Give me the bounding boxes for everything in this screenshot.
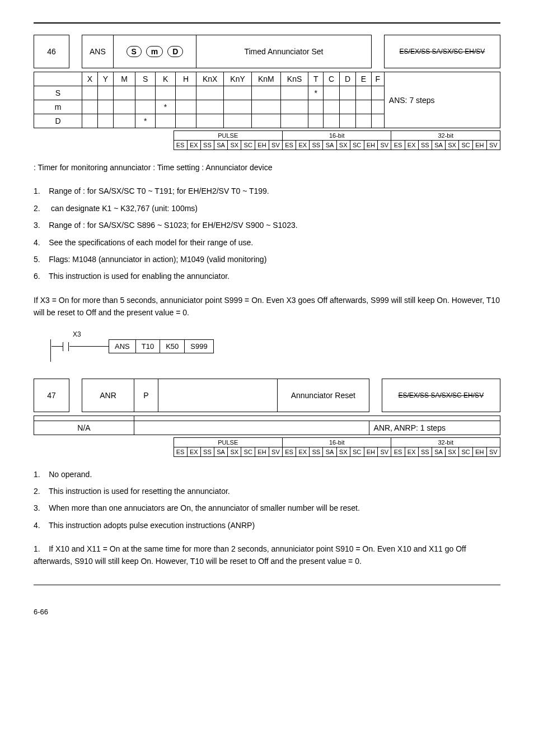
program-example-46: If X3 = On for more than 5 seconds, annu… xyxy=(34,294,500,319)
compat: ES/EX/SS SA/SX/SC EH/SV xyxy=(384,35,500,68)
operand-syms: S m D xyxy=(113,35,196,68)
blank xyxy=(158,379,278,412)
compat: ES/EX/SS SA/SX/SC EH/SV xyxy=(382,379,500,412)
api-num: 46 xyxy=(34,35,69,68)
function: Timed Annunciator Set xyxy=(196,35,372,68)
instruction-47-table: 47 ANR P Annunciator Reset ES/EX/SS SA/S… xyxy=(34,379,500,435)
explanations-47: 1. No operand. 2. This instruction is us… xyxy=(34,468,500,532)
mnemonic: ANS xyxy=(82,35,114,68)
bottom-rule xyxy=(34,585,500,585)
api-num: 47 xyxy=(34,379,69,412)
steps: ANS: 7 steps xyxy=(384,72,500,128)
top-rule xyxy=(34,22,500,24)
instruction-46-table: 46 ANS S m D Timed Annunciator Set ES/EX… xyxy=(34,35,500,128)
mnemonic: ANR xyxy=(82,379,134,412)
p-suffix: P xyxy=(134,379,158,412)
operands-desc: : Timer for monitoring annunciator : Tim… xyxy=(34,161,500,174)
explanations-46: 1. Range of : for SA/SX/SC T0 ~ T191; fo… xyxy=(34,185,500,282)
blank-corner xyxy=(34,72,82,86)
bit-table-47: PULSE 16-bit 32-bit ESEXSSSASXSCEHSVESEX… xyxy=(34,437,500,457)
bit-table-46: PULSE 16-bit 32-bit ESEXSSSASXSCEHSVESEX… xyxy=(34,130,500,150)
function: Annunciator Reset xyxy=(278,379,369,412)
program-example-47: 1. If X10 and X11 = On at the same time … xyxy=(34,543,500,568)
ladder-diagram-46: X3 ANS T10 K50 S999 xyxy=(50,330,500,362)
page-number: 6-66 xyxy=(34,608,500,616)
